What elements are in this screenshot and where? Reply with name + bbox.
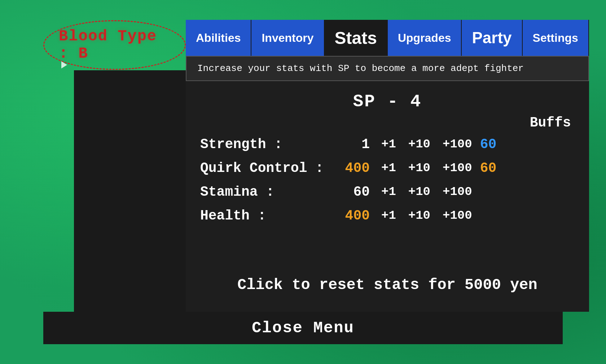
stamina-plus100-button[interactable]: +100	[438, 183, 477, 200]
tab-inventory[interactable]: Inventory	[251, 20, 324, 56]
stat-name-quirk-control: Quirk Control :	[200, 160, 326, 176]
stat-buttons-strength: +1 +10 +100	[377, 136, 477, 152]
close-menu-label: Close Menu	[252, 319, 354, 337]
stat-row-stamina: Stamina : 60 +1 +10 +100	[200, 183, 575, 200]
strength-plus10-button[interactable]: +10	[404, 136, 435, 152]
quirk-plus100-button[interactable]: +100	[438, 160, 477, 176]
close-menu-bar[interactable]: Close Menu	[43, 312, 563, 344]
quirk-plus1-button[interactable]: +1	[377, 160, 400, 176]
stat-buttons-quirk-control: +1 +10 +100	[377, 160, 477, 176]
stat-value-health: 400	[326, 208, 370, 223]
buffs-label: Buffs	[200, 115, 575, 130]
tab-nav: Abilities Inventory Stats Upgrades Party…	[186, 20, 589, 56]
quirk-plus10-button[interactable]: +10	[404, 160, 435, 176]
strength-buff-value: 60	[480, 137, 497, 152]
stat-row-quirk-control: Quirk Control : 400 +1 +10 +100 60	[200, 160, 575, 176]
tab-party[interactable]: Party	[462, 20, 522, 56]
tab-settings[interactable]: Settings	[523, 20, 589, 56]
character-display	[74, 70, 186, 312]
tab-stats[interactable]: Stats	[325, 20, 388, 56]
stat-name-strength: Strength :	[200, 137, 326, 152]
stat-row-strength: Strength : 1 +1 +10 +100 60	[200, 136, 575, 152]
reset-stats-button[interactable]: Click to reset stats for 5000 yen	[200, 269, 575, 301]
tab-abilities[interactable]: Abilities	[186, 20, 251, 56]
stat-row-health: Health : 400 +1 +10 +100	[200, 207, 575, 224]
sp-display: SP - 4	[200, 92, 575, 111]
strength-plus100-button[interactable]: +100	[438, 136, 477, 152]
stamina-plus10-button[interactable]: +10	[404, 183, 435, 200]
stat-value-strength: 1	[326, 137, 370, 152]
health-plus100-button[interactable]: +100	[438, 207, 477, 224]
stat-value-quirk-control: 400	[326, 160, 370, 176]
stat-name-health: Health :	[200, 208, 326, 223]
health-plus10-button[interactable]: +10	[404, 207, 435, 224]
game-ui: Blood Type : B Abilities Inventory Stats	[43, 20, 563, 344]
stat-name-stamina: Stamina :	[200, 184, 326, 200]
quirk-buff-value: 60	[480, 160, 497, 176]
stat-buttons-stamina: +1 +10 +100	[377, 183, 477, 200]
tab-upgrades[interactable]: Upgrades	[388, 20, 462, 56]
stats-content: SP - 4 Buffs Strength : 1 +1 +10	[186, 81, 589, 312]
stat-buttons-health: +1 +10 +100	[377, 207, 477, 224]
stamina-plus1-button[interactable]: +1	[377, 183, 400, 200]
description-bar: Increase your stats with SP to become a …	[186, 56, 589, 81]
right-panel: Abilities Inventory Stats Upgrades Party…	[186, 20, 589, 312]
cursor-arrow-indicator	[61, 61, 67, 68]
health-plus1-button[interactable]: +1	[377, 207, 400, 224]
stat-value-stamina: 60	[326, 184, 370, 200]
main-area: Blood Type : B Abilities Inventory Stats	[43, 20, 563, 312]
strength-plus1-button[interactable]: +1	[377, 136, 400, 152]
